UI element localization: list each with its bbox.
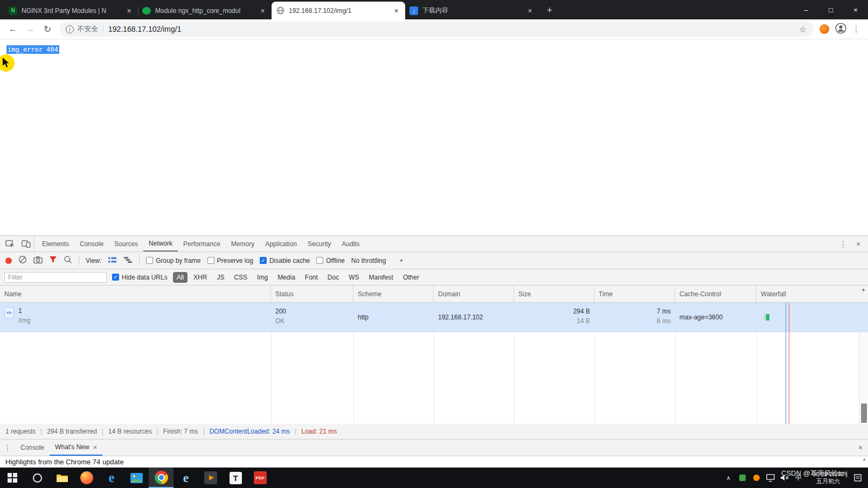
devtools-tab-network[interactable]: Network	[143, 236, 178, 252]
devtools-tab-sources[interactable]: Sources	[109, 236, 143, 252]
group-by-frame-checkbox[interactable]: Group by frame	[146, 257, 200, 264]
tray-network-button[interactable]	[763, 468, 777, 488]
windows-taskbar: e e T PDF ∧ 中 06-08 16:02 五月初六 CSDN @耳旁风…	[0, 468, 868, 488]
request-name-cell[interactable]: <> 1 /img	[0, 303, 271, 332]
tab-close-icon[interactable]: ×	[258, 6, 267, 15]
page-selected-text: img_error 404	[6, 45, 59, 54]
disable-cache-checkbox[interactable]: ✓ Disable cache	[260, 257, 310, 264]
back-button[interactable]: ←	[4, 20, 22, 38]
record-button[interactable]	[5, 257, 12, 264]
drawer-close-button[interactable]: ×	[853, 441, 868, 455]
capture-screenshots-button[interactable]	[33, 256, 43, 266]
scrollbar-thumb[interactable]	[861, 403, 867, 423]
device-toolbar-button[interactable]	[18, 237, 34, 251]
devtools-close-button[interactable]: ×	[851, 237, 866, 251]
maximize-button[interactable]: □	[818, 0, 843, 19]
view-timeline-button[interactable]	[123, 256, 133, 265]
chrome-button[interactable]	[149, 468, 173, 488]
preserve-log-checkbox[interactable]: Preserve log	[207, 257, 253, 264]
throttling-dropdown[interactable]: No throttling ▾	[351, 257, 403, 264]
column-header-size[interactable]: Size	[514, 285, 594, 302]
inspect-element-button[interactable]	[2, 237, 18, 251]
load-timing-line	[789, 303, 789, 424]
filter-chip-font[interactable]: Font	[301, 272, 322, 283]
offline-checkbox[interactable]: Offline	[316, 257, 344, 264]
forward-button[interactable]: →	[22, 20, 39, 38]
extension-button[interactable]	[816, 21, 832, 37]
tab-close-icon[interactable]: ×	[124, 6, 134, 15]
devtools-tab-console[interactable]: Console	[74, 236, 109, 252]
drawer-tab-close-icon[interactable]: ×	[93, 443, 98, 451]
column-header-domain[interactable]: Domain	[434, 285, 514, 302]
drawer-scrollbar-up-arrow[interactable]: ▲	[862, 457, 866, 462]
edge-button[interactable]: e	[99, 468, 124, 488]
devtools-tab-elements[interactable]: Elements	[37, 236, 74, 252]
ie-button[interactable]: e	[173, 468, 198, 488]
start-button[interactable]	[0, 468, 25, 488]
tray-security-button[interactable]	[735, 468, 749, 488]
tray-expand-button[interactable]: ∧	[721, 468, 735, 488]
pdf-app-button[interactable]: PDF	[248, 468, 273, 488]
browser-menu-button[interactable]: ⋮	[849, 21, 864, 37]
view-list-button[interactable]	[108, 256, 117, 265]
column-header-waterfall[interactable]: Waterfall	[756, 285, 859, 302]
scrollbar-up-arrow[interactable]: ▲	[859, 285, 868, 302]
devtools-menu-button[interactable]: ⋮	[836, 237, 851, 251]
drawer-menu-button[interactable]: ⋮	[0, 441, 15, 455]
photos-app-button[interactable]	[124, 468, 149, 488]
url-text[interactable]: 192.168.17.102/img/1	[108, 25, 799, 33]
tray-update-button[interactable]	[749, 468, 763, 488]
filter-chip-css[interactable]: CSS	[230, 272, 251, 283]
devtools-tab-security[interactable]: Security	[302, 236, 336, 252]
filter-input[interactable]	[4, 272, 107, 283]
firefox-button[interactable]	[74, 468, 99, 488]
filter-chip-media[interactable]: Media	[274, 272, 299, 283]
window-close-button[interactable]: ×	[843, 0, 868, 19]
column-header-status[interactable]: Status	[271, 285, 353, 302]
waterfall-bar[interactable]	[764, 314, 769, 320]
filter-chip-xhr[interactable]: XHR	[190, 272, 211, 283]
new-tab-button[interactable]: +	[542, 3, 557, 18]
reload-button[interactable]: ↻	[39, 20, 56, 38]
tab-nginx-modules[interactable]: N NGINX 3rd Party Modules | N ×	[4, 2, 138, 19]
page-info-icon[interactable]: i	[66, 25, 74, 33]
bookmark-star-icon[interactable]: ☆	[799, 24, 807, 34]
tab-downloads[interactable]: ↓ 下载内容 ×	[405, 2, 539, 19]
column-header-scheme[interactable]: Scheme	[353, 285, 434, 302]
devtools-tab-performance[interactable]: Performance	[178, 236, 226, 252]
clear-button[interactable]	[18, 255, 27, 266]
devtools-tab-application[interactable]: Application	[260, 236, 302, 252]
request-row[interactable]: <> 1 /img 200 OK http 192.168.17.102 294…	[0, 303, 868, 332]
devtools-tab-audits[interactable]: Audits	[336, 236, 365, 252]
tab-ngx-http-core[interactable]: Module ngx_http_core_modul ×	[138, 2, 272, 19]
column-header-time[interactable]: Time	[594, 285, 675, 302]
address-bar[interactable]: i 不安全 192.168.17.102/img/1 ☆	[59, 22, 813, 37]
media-player-button[interactable]	[198, 468, 223, 488]
devtools-tab-memory[interactable]: Memory	[226, 236, 260, 252]
action-center-button[interactable]	[851, 468, 865, 488]
filter-chip-ws[interactable]: WS	[345, 272, 363, 283]
search-button[interactable]	[64, 255, 72, 266]
checkbox-checked: ✓	[260, 257, 267, 264]
filter-toggle-button[interactable]	[49, 256, 57, 265]
file-explorer-button[interactable]	[50, 468, 74, 488]
column-header-cache-control[interactable]: Cache-Control	[675, 285, 756, 302]
filter-chip-all[interactable]: All	[173, 272, 188, 283]
tab-img-active[interactable]: 192.168.17.102/img/1 ×	[272, 2, 405, 19]
filter-chip-other[interactable]: Other	[399, 272, 423, 283]
filter-chip-manifest[interactable]: Manifest	[365, 272, 397, 283]
profile-button[interactable]	[832, 21, 849, 37]
column-header-name[interactable]: Name	[0, 285, 271, 302]
drawer-tab-console[interactable]: Console	[15, 440, 50, 456]
tab-close-icon[interactable]: ×	[525, 6, 534, 15]
minimize-button[interactable]: –	[794, 0, 818, 19]
drawer-tab-whats-new[interactable]: What's New ×	[50, 440, 102, 456]
tab-close-icon[interactable]: ×	[392, 6, 401, 15]
filter-chip-js[interactable]: JS	[213, 272, 228, 283]
t-app-button[interactable]: T	[223, 468, 248, 488]
filter-chip-doc[interactable]: Doc	[324, 272, 343, 283]
filter-chip-img[interactable]: Img	[253, 272, 272, 283]
summary-load: Load: 21 ms	[290, 428, 337, 435]
cortana-search-button[interactable]	[25, 468, 50, 488]
hide-data-urls-checkbox[interactable]: ✓ Hide data URLs	[112, 274, 168, 281]
